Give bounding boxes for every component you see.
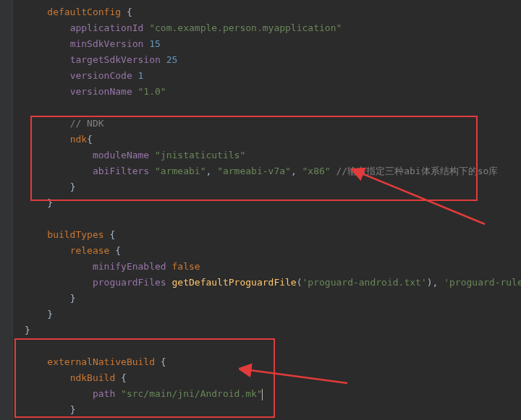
string: "com.example.person.myapplication" bbox=[143, 22, 342, 33]
boolean: false bbox=[172, 261, 200, 272]
property: moduleName bbox=[93, 150, 149, 160]
text-cursor bbox=[262, 389, 263, 400]
brace: } bbox=[70, 404, 76, 415]
string: "armeabi" bbox=[149, 166, 206, 176]
number: 15 bbox=[143, 38, 160, 49]
string: "armeabi-v7a" bbox=[217, 166, 291, 176]
brace: } bbox=[47, 309, 53, 320]
string: 'proguard-rules.pro' bbox=[444, 277, 521, 288]
string: "x86" bbox=[302, 166, 331, 176]
keyword: ndk bbox=[70, 134, 87, 145]
number: 25 bbox=[161, 54, 177, 65]
brace: } bbox=[70, 293, 76, 304]
property: versionName bbox=[70, 86, 132, 97]
brace: { bbox=[87, 134, 93, 145]
property: minSdkVersion bbox=[70, 38, 144, 49]
comment: // NDK bbox=[70, 118, 104, 129]
editor-gutter bbox=[0, 0, 13, 420]
keyword: release bbox=[70, 245, 110, 256]
keyword: defaultConfig bbox=[47, 7, 121, 17]
string: "1.0" bbox=[132, 86, 166, 97]
property: abiFilters bbox=[93, 166, 149, 176]
number: 1 bbox=[132, 70, 144, 81]
brace: { bbox=[121, 7, 132, 17]
brace: } bbox=[47, 197, 53, 208]
property: path bbox=[93, 388, 115, 399]
keyword: externalNativeBuild bbox=[47, 356, 155, 367]
brace: } bbox=[25, 325, 30, 335]
property: minifyEnabled bbox=[93, 261, 166, 272]
property: targetSdkVersion bbox=[70, 54, 161, 65]
string: 'proguard-android.txt' bbox=[302, 277, 427, 288]
brace: } bbox=[70, 181, 76, 192]
keyword: buildTypes bbox=[47, 229, 103, 240]
brace: { bbox=[104, 229, 116, 240]
brace: { bbox=[109, 245, 121, 256]
brace: { bbox=[155, 356, 166, 367]
code-editor[interactable]: defaultConfig { applicationId "com.examp… bbox=[13, 0, 521, 420]
brace: { bbox=[115, 372, 127, 383]
function: getDefaultProguardFile bbox=[172, 277, 297, 288]
property: applicationId bbox=[70, 22, 144, 33]
property: proguardFiles bbox=[93, 277, 166, 288]
string: "jnistaticutils" bbox=[149, 150, 245, 160]
comment: //输出指定三种abi体系结构下的so库 bbox=[336, 166, 499, 176]
string: "src/main/jni/Android.mk" bbox=[115, 388, 263, 399]
keyword: ndkBuild bbox=[70, 372, 116, 383]
property: versionCode bbox=[70, 70, 132, 81]
